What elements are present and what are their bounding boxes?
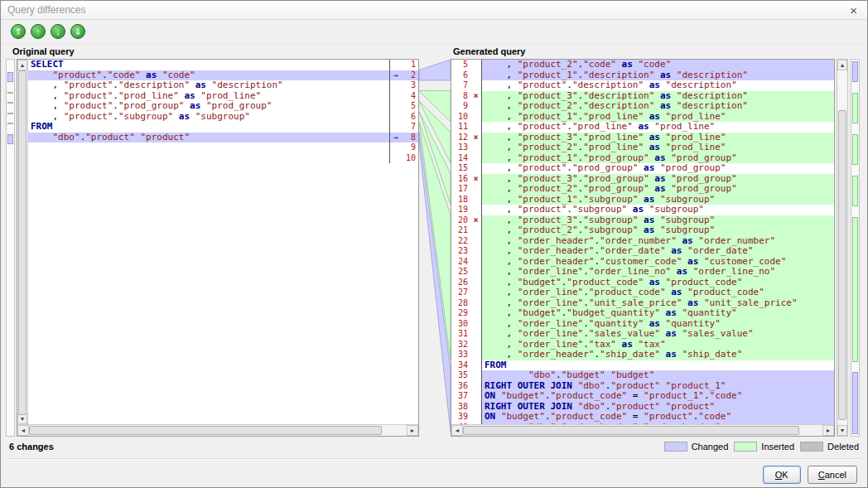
query-differences-dialog: Query differences × ⇑ ↑ ↓ ⇓ Original que… <box>0 0 868 488</box>
overview-mark[interactable] <box>852 372 858 434</box>
code-text: , "product_1"."prod_group" as "prod_grou… <box>481 153 834 164</box>
marker-slot <box>470 205 481 215</box>
deleted-color-swatch <box>800 442 823 452</box>
overview-mark[interactable] <box>852 217 858 362</box>
scroll-left-icon[interactable]: ◄ <box>451 425 463 436</box>
line-number: 8 <box>451 91 470 102</box>
legend-item-inserted: Inserted <box>734 442 794 452</box>
ok-button[interactable]: OK <box>763 466 801 484</box>
overview-dash[interactable] <box>7 92 13 94</box>
scroll-right-icon[interactable]: ► <box>822 425 834 436</box>
left-horizontal-scrollbar[interactable]: ◄ ► <box>17 424 418 436</box>
code-text: , "budget"."budget_quantity" as "quantit… <box>481 308 834 319</box>
marker-slot <box>470 340 481 350</box>
last-difference-button[interactable]: ⇓ <box>70 24 85 39</box>
scroll-left-icon[interactable]: ◄ <box>17 425 29 436</box>
code-line: , "product"."prod_group" as "prod_group"… <box>28 101 418 112</box>
line-number: 23 <box>451 246 470 257</box>
marker-slot <box>470 360 481 371</box>
dialog-buttons: OK Cancel <box>1 460 867 488</box>
line-number: 27 <box>451 287 470 298</box>
overview-mark[interactable] <box>852 134 858 166</box>
marker-slot <box>389 153 401 164</box>
discard-change-icon[interactable]: × <box>470 215 481 226</box>
title-bar[interactable]: Query differences × <box>1 1 867 20</box>
first-difference-button[interactable]: ⇑ <box>11 24 26 39</box>
overview-mark[interactable] <box>7 134 13 145</box>
left-vertical-scrollbar[interactable]: ▲ ▼ <box>17 60 28 424</box>
code-line: 17 , "product_2"."prod_group" as "prod_g… <box>451 184 834 195</box>
scrollbar-thumb[interactable] <box>29 426 382 435</box>
marker-slot <box>389 101 401 112</box>
scrollbar-thumb[interactable] <box>838 110 846 420</box>
scrollbar-thumb[interactable] <box>463 426 799 435</box>
marker-slot <box>389 143 401 153</box>
code-text: RIGHT OUTER JOIN "dbo"."product" "produc… <box>481 402 834 413</box>
right-horizontal-scrollbar[interactable]: ◄ ► <box>451 424 834 436</box>
next-difference-button[interactable]: ↓ <box>51 24 65 39</box>
close-icon[interactable]: × <box>846 4 861 17</box>
legend-label: Changed <box>692 442 729 452</box>
scrollbar-thumb[interactable] <box>18 70 27 415</box>
marker-slot <box>470 163 481 174</box>
changed-color-swatch <box>664 442 687 452</box>
status-bar: 6 changes Changed Inserted Deleted <box>1 437 867 455</box>
line-number: 37 <box>451 391 470 402</box>
code-text: , "order_line"."order_line_no" as "order… <box>481 267 834 278</box>
code-text: , "product"."subgroup" as "subgroup" <box>481 205 834 215</box>
code-text: , "product_3"."subgroup" as "subgroup" <box>481 215 834 226</box>
discard-change-icon[interactable]: × <box>470 174 481 185</box>
code-text: , "order_line"."sales_value" as "sales_v… <box>481 329 834 340</box>
scroll-up-icon[interactable]: ▲ <box>17 60 27 70</box>
overview-dash[interactable] <box>7 102 13 104</box>
scroll-right-icon[interactable]: ► <box>407 425 418 436</box>
code-text: , "product"."prod_line" as "prod_line" <box>28 91 389 102</box>
window-title: Query differences <box>7 4 846 16</box>
line-number: 8 <box>401 133 418 143</box>
code-line: 16× , "product_3"."prod_group" as "prod_… <box>451 174 834 185</box>
generated-query-code-area[interactable]: 5 , "product_2"."code" as "code"6 , "pro… <box>451 60 834 424</box>
legend-item-changed: Changed <box>664 442 729 452</box>
scroll-up-icon[interactable]: ▲ <box>837 60 847 70</box>
code-text: , "order_line"."product_code" as "produc… <box>481 287 834 298</box>
line-number: 6 <box>401 112 418 123</box>
code-text: , "product_2"."code" as "code" <box>481 60 834 70</box>
left-overview-ruler[interactable] <box>6 59 15 437</box>
line-number: 6 <box>451 70 470 81</box>
previous-difference-button[interactable]: ↑ <box>31 24 46 39</box>
right-overview-ruler[interactable] <box>851 59 860 437</box>
overview-mark[interactable] <box>852 61 858 82</box>
code-text: , "order_line"."tax" as "tax" <box>481 340 834 350</box>
scrollbar-track[interactable] <box>29 425 407 436</box>
cancel-button[interactable]: Cancel <box>808 466 857 484</box>
scrollbar-track[interactable] <box>463 425 822 436</box>
inserted-color-swatch <box>734 442 757 452</box>
change-arrow-icon[interactable]: → <box>389 70 401 81</box>
code-text: , "order_line"."unit_sale_price" as "uni… <box>481 298 834 309</box>
marker-slot <box>470 402 481 413</box>
overview-dash[interactable] <box>7 113 13 114</box>
code-line: 38RIGHT OUTER JOIN "dbo"."product" "prod… <box>451 402 834 413</box>
scroll-down-icon[interactable]: ▼ <box>837 425 847 436</box>
change-arrow-icon[interactable]: → <box>389 133 401 143</box>
overview-mark[interactable] <box>7 72 13 83</box>
scrollbar-track[interactable] <box>17 70 27 413</box>
code-text: , "product_2"."description" as "descript… <box>481 101 834 112</box>
discard-change-icon[interactable]: × <box>470 91 481 102</box>
diff-connector-bands <box>419 59 451 437</box>
scrollbar-track[interactable] <box>837 70 847 425</box>
original-query-code-area[interactable]: SELECT1 "product"."code" as "code"→2 , "… <box>28 60 418 424</box>
discard-change-icon[interactable]: × <box>470 133 481 143</box>
code-text: , "order_header"."ship_date" as "ship_da… <box>481 350 834 360</box>
line-number: 39 <box>451 412 470 423</box>
overview-mark[interactable] <box>852 93 858 124</box>
right-vertical-scrollbar[interactable]: ▲ ▼ <box>837 59 848 437</box>
legend-item-deleted: Deleted <box>800 442 859 452</box>
marker-slot <box>389 122 401 133</box>
code-line: 5 , "product_2"."code" as "code" <box>451 60 834 70</box>
code-text: "dbo"."product" "product" <box>28 133 389 143</box>
code-text: RIGHT OUTER JOIN "dbo"."product" "produc… <box>481 381 834 392</box>
diff-legend: Changed Inserted Deleted <box>664 442 859 452</box>
overview-mark[interactable] <box>852 176 858 207</box>
overview-dash[interactable] <box>7 123 13 124</box>
